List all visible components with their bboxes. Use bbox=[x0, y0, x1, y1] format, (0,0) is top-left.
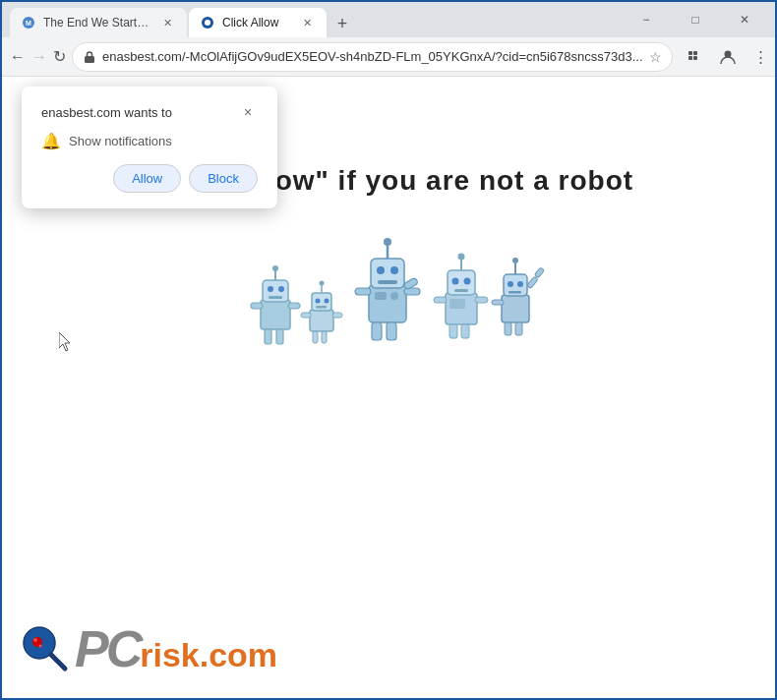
svg-point-72 bbox=[33, 638, 37, 642]
svg-rect-6 bbox=[688, 51, 692, 55]
toolbar-icons: ⋮ bbox=[679, 41, 777, 73]
svg-rect-55 bbox=[461, 324, 469, 338]
svg-point-25 bbox=[316, 299, 321, 304]
svg-text:M: M bbox=[26, 20, 31, 27]
svg-rect-32 bbox=[369, 285, 406, 322]
svg-rect-16 bbox=[269, 296, 282, 299]
svg-rect-38 bbox=[378, 280, 397, 284]
risk-logo-text: risk bbox=[140, 636, 200, 674]
block-button[interactable]: Block bbox=[189, 164, 258, 193]
svg-point-15 bbox=[278, 286, 284, 292]
svg-rect-41 bbox=[372, 322, 382, 340]
bell-icon: 🔔 bbox=[41, 132, 61, 150]
tab-group: M The End We Start From (2023) … ✕ Click… bbox=[10, 2, 356, 37]
robots-svg bbox=[231, 226, 546, 364]
svg-rect-31 bbox=[332, 313, 342, 318]
menu-button[interactable]: ⋮ bbox=[746, 41, 777, 73]
tab-favicon-2 bbox=[201, 16, 214, 29]
svg-rect-10 bbox=[261, 300, 290, 329]
forward-button[interactable]: → bbox=[31, 41, 47, 73]
svg-point-3 bbox=[205, 20, 210, 26]
svg-point-13 bbox=[272, 265, 278, 271]
svg-rect-57 bbox=[475, 297, 488, 303]
popup-notification-text: Show notifications bbox=[69, 134, 172, 148]
lock-icon bbox=[83, 50, 96, 64]
svg-rect-8 bbox=[693, 56, 697, 60]
pcrisk-text: PC risk .com bbox=[75, 619, 277, 678]
pcrisk-footer: PC risk .com bbox=[22, 619, 277, 678]
allow-button[interactable]: Allow bbox=[113, 164, 181, 193]
svg-rect-68 bbox=[527, 276, 539, 288]
svg-point-73 bbox=[39, 645, 42, 648]
notification-popup: enasbest.com wants to × 🔔 Show notificat… bbox=[22, 87, 277, 208]
svg-rect-17 bbox=[265, 329, 271, 344]
profile-button[interactable] bbox=[712, 41, 744, 73]
svg-rect-39 bbox=[375, 292, 387, 300]
svg-rect-30 bbox=[301, 313, 311, 318]
tab-title-2: Click Allow bbox=[222, 16, 291, 29]
svg-point-51 bbox=[464, 278, 471, 285]
com-logo-text: .com bbox=[200, 636, 277, 674]
popup-close-button[interactable]: × bbox=[238, 102, 258, 122]
robots-illustration bbox=[2, 226, 775, 364]
page-content: enasbest.com wants to × 🔔 Show notificat… bbox=[2, 77, 775, 698]
refresh-button[interactable]: ↻ bbox=[53, 41, 66, 73]
svg-rect-21 bbox=[310, 310, 333, 331]
popup-header: enasbest.com wants to × bbox=[41, 102, 258, 122]
minimize-button[interactable]: − bbox=[624, 2, 669, 37]
svg-point-35 bbox=[384, 238, 391, 246]
svg-point-37 bbox=[390, 266, 398, 274]
pc-logo-text: PC bbox=[75, 619, 140, 678]
svg-rect-4 bbox=[85, 56, 94, 63]
popup-buttons: Allow Block bbox=[41, 164, 258, 193]
extensions-button[interactable] bbox=[679, 41, 710, 73]
url-text: enasbest.com/-McOlAfijGOv9udEX5EOV-sh4nb… bbox=[102, 49, 643, 64]
titlebar: M The End We Start From (2023) … ✕ Click… bbox=[2, 2, 775, 37]
svg-point-61 bbox=[512, 258, 518, 263]
svg-rect-43 bbox=[355, 288, 371, 295]
svg-rect-64 bbox=[508, 291, 521, 294]
svg-rect-66 bbox=[515, 322, 522, 335]
svg-rect-20 bbox=[288, 303, 300, 309]
svg-point-40 bbox=[390, 292, 398, 300]
svg-rect-28 bbox=[313, 331, 318, 343]
svg-point-24 bbox=[320, 281, 325, 286]
svg-rect-52 bbox=[454, 289, 468, 292]
svg-line-74 bbox=[51, 655, 65, 669]
back-button[interactable]: ← bbox=[10, 41, 26, 73]
svg-rect-53 bbox=[449, 299, 465, 309]
maximize-button[interactable]: □ bbox=[673, 2, 718, 37]
tab-favicon-1: M bbox=[22, 16, 35, 29]
svg-point-50 bbox=[452, 278, 459, 285]
svg-rect-67 bbox=[492, 300, 504, 305]
svg-point-62 bbox=[508, 281, 513, 287]
toolbar: ← → ↻ enasbest.com/-McOlAfijGOv9udEX5EOV… bbox=[2, 37, 775, 77]
svg-point-14 bbox=[268, 286, 273, 292]
svg-rect-56 bbox=[434, 297, 447, 303]
popup-notification-row: 🔔 Show notifications bbox=[41, 132, 258, 150]
tab-title-1: The End We Start From (2023) … bbox=[43, 16, 151, 29]
tab-1[interactable]: M The End We Start From (2023) … ✕ bbox=[10, 8, 187, 37]
svg-rect-19 bbox=[251, 303, 263, 309]
tab-close-2[interactable]: ✕ bbox=[299, 15, 315, 30]
close-button[interactable]: ✕ bbox=[722, 2, 767, 37]
svg-rect-42 bbox=[387, 322, 396, 340]
svg-rect-54 bbox=[449, 324, 457, 338]
window-controls: − □ ✕ bbox=[624, 2, 767, 37]
svg-rect-65 bbox=[505, 322, 511, 335]
svg-point-36 bbox=[377, 266, 385, 274]
svg-rect-29 bbox=[322, 331, 327, 343]
tab-close-1[interactable]: ✕ bbox=[159, 15, 175, 30]
tab-2[interactable]: Click Allow ✕ bbox=[189, 8, 327, 37]
svg-rect-5 bbox=[688, 56, 692, 60]
popup-title: enasbest.com wants to bbox=[41, 105, 172, 120]
svg-rect-27 bbox=[316, 306, 327, 309]
pcrisk-logo-icon bbox=[22, 625, 69, 672]
svg-point-63 bbox=[517, 281, 523, 287]
svg-point-26 bbox=[325, 299, 329, 304]
address-bar[interactable]: enasbest.com/-McOlAfijGOv9udEX5EOV-sh4nb… bbox=[72, 42, 673, 72]
svg-rect-18 bbox=[276, 329, 283, 344]
svg-rect-58 bbox=[502, 295, 529, 322]
bookmark-icon[interactable]: ☆ bbox=[649, 49, 662, 65]
new-tab-button[interactable]: + bbox=[329, 10, 356, 37]
